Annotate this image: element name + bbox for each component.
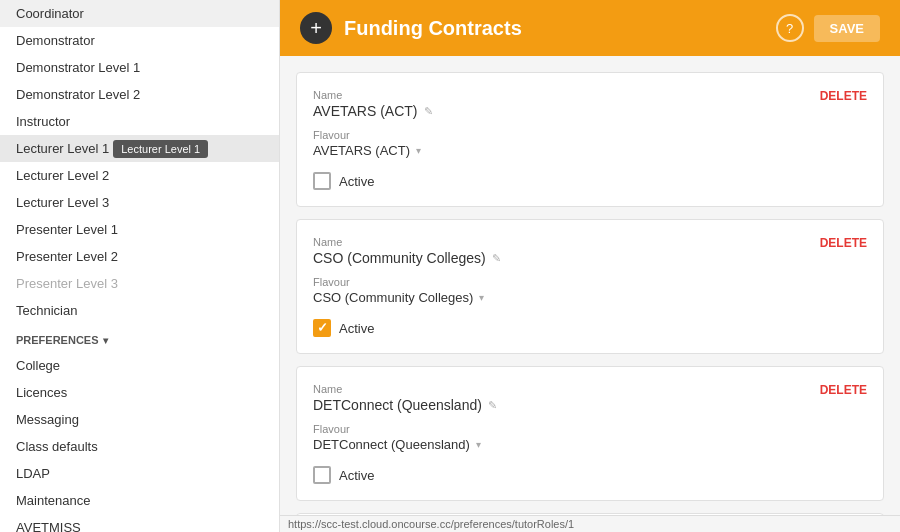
sidebar-item-lecturer-level-3[interactable]: Lecturer Level 3: [0, 189, 279, 216]
status-url: https://scc-test.cloud.oncourse.cc/prefe…: [288, 518, 574, 530]
sidebar-pref-ldap[interactable]: LDAP: [0, 460, 279, 487]
contracts-list: Name AVETARS (ACT) ✎ DELETE Flavour AVET…: [280, 56, 900, 515]
active-checkbox-0[interactable]: [313, 172, 331, 190]
name-value: DETConnect (Queensland) ✎: [313, 397, 820, 413]
active-row: Active: [313, 319, 867, 337]
flavour-dropdown-icon[interactable]: ▾: [479, 292, 484, 303]
name-value: AVETARS (ACT) ✎: [313, 103, 820, 119]
chevron-down-icon: ▾: [103, 335, 108, 346]
status-bar: https://scc-test.cloud.oncourse.cc/prefe…: [280, 515, 900, 532]
card-top-row: Name DETConnect (Queensland) ✎ DELETE: [313, 383, 867, 413]
card-top-row: Name AVETARS (ACT) ✎ DELETE: [313, 89, 867, 119]
edit-icon[interactable]: ✎: [492, 252, 501, 265]
sidebar-pref-maintenance[interactable]: Maintenance: [0, 487, 279, 514]
sidebar-tooltip: Lecturer Level 1: [113, 140, 208, 158]
delete-button-0[interactable]: DELETE: [820, 89, 867, 103]
flavour-value: AVETARS (ACT) ▾: [313, 143, 867, 158]
help-button[interactable]: ?: [776, 14, 804, 42]
active-checkbox-1[interactable]: [313, 319, 331, 337]
sidebar-item-technician[interactable]: Technician: [0, 297, 279, 324]
flavour-text: DETConnect (Queensland): [313, 437, 470, 452]
edit-icon[interactable]: ✎: [424, 105, 433, 118]
preferences-label: PREFERENCES: [16, 334, 99, 346]
sidebar-item-presenter-level-1[interactable]: Presenter Level 1: [0, 216, 279, 243]
active-label: Active: [339, 321, 374, 336]
card-top-row: Name CSO (Community Colleges) ✎ DELETE: [313, 236, 867, 266]
page-title: Funding Contracts: [344, 17, 522, 40]
contract-card-2: Name DETConnect (Queensland) ✎ DELETE Fl…: [296, 366, 884, 501]
name-value: CSO (Community Colleges) ✎: [313, 250, 820, 266]
sidebar: CoordinatorDemonstratorDemonstrator Leve…: [0, 0, 280, 532]
sidebar-pref-licences[interactable]: Licences: [0, 379, 279, 406]
header-left: + Funding Contracts: [300, 12, 522, 44]
sidebar-item-presenter-level-2[interactable]: Presenter Level 2: [0, 243, 279, 270]
flavour-label: Flavour: [313, 276, 867, 288]
tooltip-wrapper: Lecturer Level 1Lecturer Level 1: [16, 141, 109, 156]
name-label: Name: [313, 89, 820, 101]
sidebar-item-coordinator[interactable]: Coordinator: [0, 0, 279, 27]
flavour-dropdown-icon[interactable]: ▾: [416, 145, 421, 156]
flavour-value: DETConnect (Queensland) ▾: [313, 437, 867, 452]
sidebar-pref-college[interactable]: College: [0, 352, 279, 379]
active-checkbox-2[interactable]: [313, 466, 331, 484]
main-panel: + Funding Contracts ? SAVE Name AVETARS …: [280, 0, 900, 532]
sidebar-item-demonstrator[interactable]: Demonstrator: [0, 27, 279, 54]
save-button[interactable]: SAVE: [814, 15, 880, 42]
name-text: CSO (Community Colleges): [313, 250, 486, 266]
name-text: DETConnect (Queensland): [313, 397, 482, 413]
sidebar-pref-class-defaults[interactable]: Class defaults: [0, 433, 279, 460]
flavour-label: Flavour: [313, 423, 867, 435]
contract-card-1: Name CSO (Community Colleges) ✎ DELETE F…: [296, 219, 884, 354]
card-name-field: Name DETConnect (Queensland) ✎: [313, 383, 820, 413]
sidebar-item-lecturer-level-2[interactable]: Lecturer Level 2: [0, 162, 279, 189]
sidebar-item-presenter-level-3[interactable]: Presenter Level 3: [0, 270, 279, 297]
flavour-text: CSO (Community Colleges): [313, 290, 473, 305]
flavour-row: Flavour CSO (Community Colleges) ▾: [313, 276, 867, 305]
card-name-field: Name CSO (Community Colleges) ✎: [313, 236, 820, 266]
active-label: Active: [339, 174, 374, 189]
flavour-row: Flavour AVETARS (ACT) ▾: [313, 129, 867, 158]
sidebar-item-instructor[interactable]: Instructor: [0, 108, 279, 135]
edit-icon[interactable]: ✎: [488, 399, 497, 412]
active-row: Active: [313, 172, 867, 190]
delete-button-2[interactable]: DELETE: [820, 383, 867, 397]
preferences-section-header[interactable]: PREFERENCES ▾: [0, 324, 279, 352]
sidebar-item-demonstrator-level-2[interactable]: Demonstrator Level 2: [0, 81, 279, 108]
contract-card-0: Name AVETARS (ACT) ✎ DELETE Flavour AVET…: [296, 72, 884, 207]
header-right: ? SAVE: [776, 14, 880, 42]
flavour-row: Flavour DETConnect (Queensland) ▾: [313, 423, 867, 452]
flavour-text: AVETARS (ACT): [313, 143, 410, 158]
active-label: Active: [339, 468, 374, 483]
sidebar-pref-avetmiss[interactable]: AVETMISS: [0, 514, 279, 532]
flavour-dropdown-icon[interactable]: ▾: [476, 439, 481, 450]
name-label: Name: [313, 236, 820, 248]
name-label: Name: [313, 383, 820, 395]
name-text: AVETARS (ACT): [313, 103, 418, 119]
page-header: + Funding Contracts ? SAVE: [280, 0, 900, 56]
flavour-value: CSO (Community Colleges) ▾: [313, 290, 867, 305]
sidebar-item-demonstrator-level-1[interactable]: Demonstrator Level 1: [0, 54, 279, 81]
delete-button-1[interactable]: DELETE: [820, 236, 867, 250]
sidebar-pref-messaging[interactable]: Messaging: [0, 406, 279, 433]
card-name-field: Name AVETARS (ACT) ✎: [313, 89, 820, 119]
sidebar-item-lecturer-level-1[interactable]: Lecturer Level 1Lecturer Level 1: [0, 135, 279, 162]
flavour-label: Flavour: [313, 129, 867, 141]
add-button[interactable]: +: [300, 12, 332, 44]
active-row: Active: [313, 466, 867, 484]
